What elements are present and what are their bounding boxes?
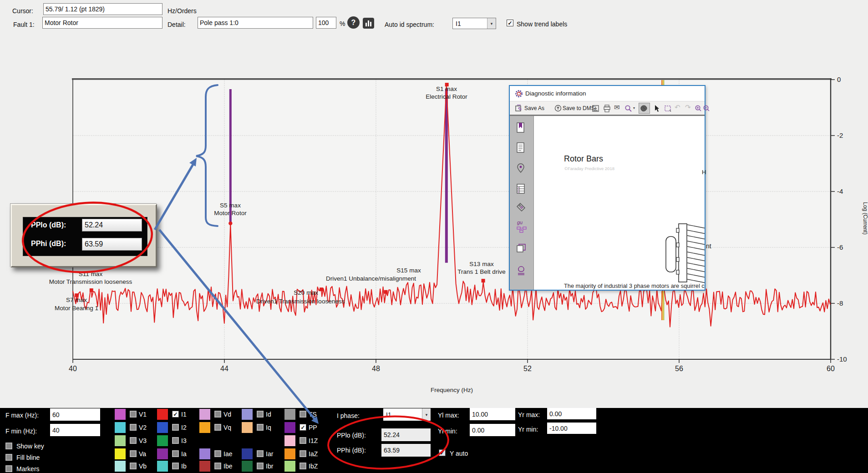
save-as-icon[interactable]	[515, 105, 523, 112]
yr-max-input[interactable]: 0.00	[547, 408, 596, 419]
save-to-dms-icon[interactable]	[554, 105, 562, 112]
help-icon[interactable]: ?	[347, 16, 360, 29]
y-auto-checkbox[interactable]: ✓	[439, 449, 446, 456]
diagnostic-document[interactable]: Rotor Bars ©Faraday Predictive 2018	[534, 116, 705, 290]
option-label: Show key	[16, 443, 44, 450]
channel-checkbox-ibr[interactable]	[257, 463, 264, 469]
channel-checkbox-v3[interactable]	[130, 437, 137, 444]
channel-checkbox-iaz[interactable]	[299, 450, 306, 457]
popup-pphi-input[interactable]: 63.59	[82, 238, 142, 251]
location-pin-icon[interactable]	[516, 163, 525, 174]
channel-checkbox-i2[interactable]	[172, 424, 179, 431]
channel-label-ts: TS	[309, 411, 317, 418]
channel-checkbox-ib[interactable]	[172, 463, 179, 469]
channel-checkbox-vq[interactable]	[214, 424, 221, 431]
channel-checkbox-ia[interactable]	[172, 450, 179, 457]
f-min-input[interactable]: 40	[50, 424, 100, 436]
pan-tool-button[interactable]	[639, 103, 650, 114]
channel-checkbox-iq[interactable]	[257, 424, 264, 431]
bookmark-icon[interactable]	[516, 122, 525, 133]
peak-label-s1: Electrical Rotor	[426, 93, 467, 100]
print-icon[interactable]	[603, 105, 611, 112]
option-checkbox-show-key[interactable]	[5, 443, 12, 449]
doc-copyright: ©Faraday Predictive 2018	[564, 166, 614, 171]
redo-icon[interactable]: ↷	[685, 103, 691, 111]
x-tick-label: 52	[523, 365, 532, 372]
fault-input[interactable]: Motor Rotor	[42, 17, 162, 29]
document-icon[interactable]	[516, 142, 525, 153]
search-dropdown-icon[interactable]: ▾	[633, 106, 635, 110]
i-phase-label: I phase:	[337, 412, 360, 419]
data-marker-square	[384, 290, 388, 294]
detail-label: Detail:	[168, 21, 186, 28]
diagnostic-titlebar[interactable]: Diagnostic information	[510, 86, 705, 101]
show-trend-labels-checkbox[interactable]: ✓	[507, 20, 513, 26]
channel-swatch-iae	[199, 448, 210, 459]
zoom-out-icon[interactable]	[703, 105, 710, 112]
channel-label-iae: Iae	[223, 450, 232, 458]
option-checkbox-fill-bline[interactable]	[5, 454, 12, 461]
save-as-button[interactable]: Save As	[524, 105, 544, 111]
spectrum-plot[interactable]	[73, 80, 831, 359]
channel-checkbox-v1[interactable]	[130, 411, 137, 418]
show-trend-labels-label: Show trend labels	[517, 20, 567, 28]
clipped-text-fragment-h: H	[702, 169, 706, 176]
spectrum-view-icon[interactable]	[363, 18, 374, 29]
channel-checkbox-iar[interactable]	[257, 450, 264, 457]
cursor-icon[interactable]	[654, 105, 660, 112]
pages-icon[interactable]	[516, 243, 526, 253]
channel-checkbox-pp[interactable]: ✓	[299, 424, 306, 431]
channel-checkbox-iae[interactable]	[214, 450, 221, 457]
channel-checkbox-i1[interactable]: ✓	[172, 411, 179, 418]
channel-label-i1: I1	[181, 411, 187, 418]
channel-checkbox-ibz[interactable]	[299, 463, 306, 469]
email-icon[interactable]: ✉	[614, 103, 620, 111]
channel-checkbox-i1z[interactable]	[299, 437, 306, 444]
channel-checkbox-v2[interactable]	[130, 424, 137, 431]
channel-label-iar: Iar	[266, 450, 273, 458]
table-icon[interactable]	[516, 183, 525, 194]
marquee-icon[interactable]	[664, 105, 672, 112]
stamp-icon[interactable]	[516, 265, 526, 276]
channel-checkbox-id[interactable]	[257, 411, 264, 418]
yr-min-input[interactable]: -10.00	[547, 423, 596, 434]
channel-checkbox-ibe[interactable]	[214, 463, 221, 469]
gear-icon	[515, 90, 523, 98]
channel-label-v2: V2	[139, 424, 147, 431]
channel-swatch-ib	[157, 461, 168, 472]
undo-icon[interactable]: ↶	[675, 103, 680, 111]
channel-swatch-i1	[157, 409, 168, 420]
export-icon[interactable]	[592, 105, 599, 112]
channel-checkbox-va[interactable]	[130, 450, 137, 457]
search-icon[interactable]	[624, 105, 632, 112]
auto-id-select[interactable]: I1▾	[452, 18, 496, 29]
channel-checkbox-vd[interactable]	[214, 411, 221, 418]
percent-input[interactable]: 100	[316, 17, 336, 29]
pplo-input[interactable]: 52.24	[381, 428, 431, 441]
save-to-dms-button[interactable]: Save to DMS	[563, 105, 595, 111]
f-max-input[interactable]: 60	[50, 408, 100, 421]
yl-max-input[interactable]: 10.00	[470, 408, 515, 420]
top-toolbar: Cursor: 55.79/ 1.12 (pt 1829) Hz/Orders …	[0, 0, 868, 41]
yl-min-input[interactable]: 0.00	[470, 424, 515, 436]
cursor-input[interactable]: 55.79/ 1.12 (pt 1829)	[43, 3, 162, 15]
signature-flowchart-icon[interactable]: gu	[516, 220, 528, 233]
channel-swatch-id	[242, 409, 253, 420]
tag-icon[interactable]	[516, 202, 526, 212]
channel-swatch-v2	[115, 422, 126, 433]
chart-top-border	[72, 78, 832, 80]
channel-swatch-i2	[157, 422, 168, 433]
channel-checkbox-i3[interactable]	[172, 437, 179, 444]
option-checkbox-markers[interactable]	[5, 465, 12, 472]
settings-panel: F max (Hz): 60 F min (Hz): 40 Show keyFi…	[0, 408, 868, 473]
i-phase-select[interactable]: I1▾	[383, 408, 431, 421]
zoom-in-icon[interactable]	[695, 105, 702, 112]
option-label: Markers	[16, 465, 40, 473]
popup-pplo-input[interactable]: 52.24	[82, 219, 142, 231]
detail-input[interactable]: Pole pass 1:0	[198, 17, 313, 29]
pphi-input[interactable]: 63.59	[381, 444, 431, 457]
channel-label-i1z: I1Z	[309, 437, 318, 444]
channel-checkbox-vb[interactable]	[130, 463, 137, 469]
channel-checkbox-ts[interactable]	[299, 411, 306, 418]
channel-swatch-v1	[115, 409, 126, 420]
